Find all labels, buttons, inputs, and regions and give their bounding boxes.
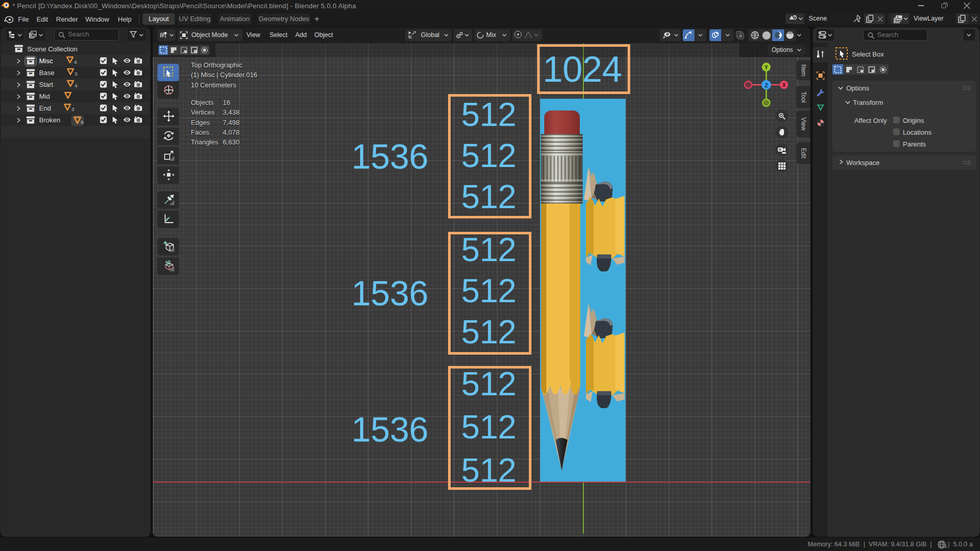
svg-text:Z: Z xyxy=(764,82,768,88)
svg-text:Y: Y xyxy=(764,64,768,70)
svg-text:X: X xyxy=(782,82,786,88)
